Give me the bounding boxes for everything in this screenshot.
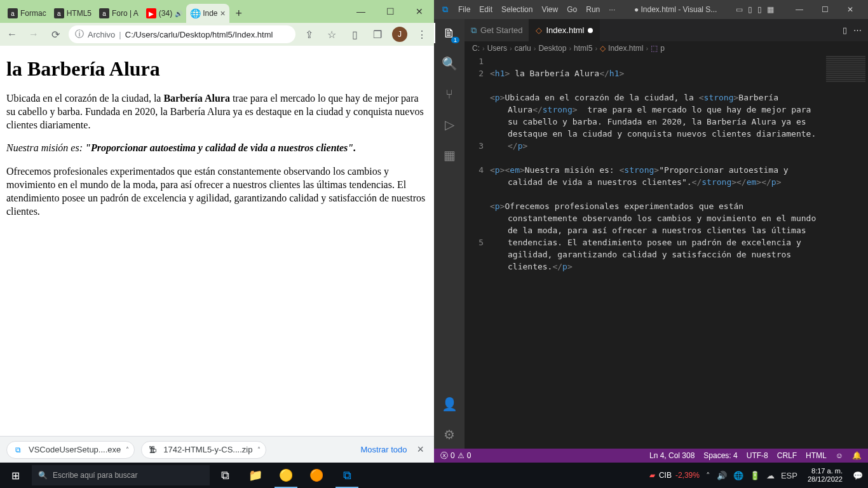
- vscode-logo-icon: ⧉: [439, 4, 451, 15]
- chevron-right-icon: ›: [595, 44, 597, 52]
- layout-grid-icon[interactable]: ▦: [767, 5, 774, 14]
- maximize-button[interactable]: ☐: [376, 0, 405, 23]
- tab-html5[interactable]: aHTML5: [50, 4, 95, 23]
- explorer-icon[interactable]: 🗎1: [440, 24, 458, 42]
- crumb[interactable]: C:: [472, 44, 480, 53]
- download-item-zip[interactable]: 🗜 1742-HTML5-y-CS....zip ˄: [141, 441, 266, 459]
- vscode-app-icon[interactable]: ⧉: [332, 463, 362, 488]
- text-strong: Barbería Alura: [163, 93, 229, 104]
- tab-index-html[interactable]: ◇Index.html: [529, 19, 600, 41]
- chrome-canary-icon[interactable]: 🟠: [301, 463, 332, 488]
- network-icon[interactable]: 🌐: [733, 471, 743, 480]
- minimize-button[interactable]: —: [787, 5, 812, 14]
- status-eol[interactable]: CRLF: [777, 451, 797, 460]
- share-icon[interactable]: ⇪: [301, 26, 317, 43]
- language-indicator[interactable]: ESP: [781, 471, 797, 480]
- chevron-up-icon[interactable]: ˄: [126, 446, 129, 453]
- task-view-icon[interactable]: ⧉: [210, 463, 240, 488]
- source-control-icon[interactable]: ⑂: [440, 85, 458, 103]
- breadcrumb[interactable]: C:› Users› carlu› Desktop› html5› ◇Index…: [465, 41, 868, 55]
- tab-foro[interactable]: aForo | A: [95, 4, 142, 23]
- battery-icon[interactable]: 🔋: [750, 471, 760, 480]
- settings-gear-icon[interactable]: ⚙: [440, 426, 458, 444]
- sidepanel-icon[interactable]: ▯: [346, 26, 363, 43]
- layout-right-icon[interactable]: ▯: [757, 5, 762, 14]
- menu-more[interactable]: ···: [609, 5, 615, 14]
- tab-label: Get Started: [480, 25, 522, 35]
- notifications-icon[interactable]: 🔔: [852, 451, 862, 460]
- chevron-up-icon[interactable]: ˄: [257, 446, 261, 453]
- menu-file[interactable]: File: [458, 5, 470, 14]
- activity-bar: 🗎1 🔍 ⑂ ▷ ▦ 👤 ⚙: [434, 19, 465, 449]
- onedrive-icon[interactable]: ☁: [766, 471, 775, 480]
- tab-get-started[interactable]: ⧉Get Started: [465, 19, 529, 41]
- site-info-icon[interactable]: ⓘ: [75, 29, 84, 40]
- close-downloads-bar[interactable]: ×: [413, 443, 428, 456]
- menu-selection[interactable]: Selection: [501, 5, 532, 14]
- status-encoding[interactable]: UTF-8: [747, 451, 768, 460]
- crumb[interactable]: html5: [574, 44, 592, 53]
- chevron-right-icon: ›: [569, 44, 571, 52]
- sound-icon[interactable]: 🔊: [175, 10, 182, 17]
- back-button[interactable]: ←: [4, 26, 20, 43]
- feedback-icon[interactable]: ☺: [836, 451, 843, 460]
- status-spaces[interactable]: Spaces: 4: [703, 451, 737, 460]
- extensions-icon[interactable]: ▦: [440, 146, 458, 164]
- action-center-icon[interactable]: 💬: [853, 471, 863, 480]
- code-content[interactable]: <h1> la Barbería Alura</h1> <p>Ubicada e…: [490, 55, 868, 449]
- more-actions-icon[interactable]: ⋯: [853, 25, 862, 35]
- search-icon[interactable]: 🔍: [440, 55, 458, 72]
- taskbar-search[interactable]: 🔍 Escribe aquí para buscar: [32, 465, 210, 485]
- account-icon[interactable]: 👤: [440, 395, 458, 413]
- volume-icon[interactable]: 🔊: [717, 471, 727, 480]
- tab-formacion[interactable]: aFormac: [4, 4, 50, 23]
- code-editor[interactable]: 1 2..... 3. 4..... 5 <h1> la Barbería Al…: [465, 55, 868, 449]
- reload-button[interactable]: ⟳: [47, 26, 64, 43]
- file-explorer-icon[interactable]: 📁: [240, 463, 271, 488]
- window-controls: — ☐ ✕: [787, 5, 863, 14]
- start-button[interactable]: ⊞: [0, 463, 31, 488]
- status-cursor[interactable]: Ln 4, Col 308: [649, 451, 695, 460]
- maximize-button[interactable]: ☐: [812, 5, 837, 14]
- tray-chevron-icon[interactable]: ˄: [706, 471, 710, 480]
- menu-edit[interactable]: Edit: [479, 5, 492, 14]
- menu-icon[interactable]: ⋮: [414, 26, 430, 43]
- menu-run[interactable]: Run: [586, 5, 600, 14]
- crumb[interactable]: Users: [487, 44, 507, 53]
- layout-panel-icon[interactable]: ▯: [748, 5, 752, 14]
- menu-view[interactable]: View: [541, 5, 558, 14]
- symbol-icon: ⬚: [651, 44, 658, 53]
- download-item-vscode[interactable]: ⧉ VSCodeUserSetup....exe ˄: [6, 441, 135, 459]
- clock[interactable]: 8:17 a. m. 28/12/2022: [804, 467, 846, 484]
- toolbar-actions: ⇪ ☆ ▯ ❐ J ⋮: [301, 26, 430, 43]
- split-editor-icon[interactable]: ▯: [843, 25, 847, 35]
- close-button[interactable]: ✕: [837, 5, 863, 14]
- forward-button[interactable]: →: [25, 26, 42, 43]
- bookmark-icon[interactable]: ☆: [323, 26, 340, 43]
- stock-widget[interactable]: ▰ CIB -2,39%: [649, 471, 700, 480]
- badge: 1: [451, 37, 459, 43]
- chrome-app-icon[interactable]: 🟡: [271, 463, 301, 488]
- show-all-downloads[interactable]: Mostrar todo: [361, 445, 407, 454]
- profile-avatar[interactable]: J: [392, 27, 407, 42]
- crumb[interactable]: Desktop: [538, 44, 566, 53]
- crumb[interactable]: Index.html: [608, 44, 643, 53]
- minimap[interactable]: [824, 55, 868, 449]
- close-button[interactable]: ✕: [405, 0, 434, 23]
- close-icon[interactable]: ×: [220, 8, 226, 18]
- tab-youtube[interactable]: ▶(34)🔊: [142, 4, 186, 23]
- run-debug-icon[interactable]: ▷: [440, 116, 458, 133]
- download-filename: 1742-HTML5-y-CS....zip: [163, 445, 252, 454]
- layout-toggle-icon[interactable]: ▭: [736, 5, 743, 14]
- chevron-right-icon: ›: [646, 44, 648, 52]
- menu-go[interactable]: Go: [567, 5, 577, 14]
- extensions-icon[interactable]: ❐: [369, 26, 386, 43]
- address-bar[interactable]: ⓘ Archivo | C:/Users/carlu/Desktop/html5…: [69, 25, 295, 43]
- minimize-button[interactable]: —: [346, 0, 376, 23]
- status-language[interactable]: HTML: [806, 451, 827, 460]
- new-tab-button[interactable]: +: [229, 4, 248, 23]
- status-problems[interactable]: ⓧ 0 ⚠ 0: [440, 451, 471, 461]
- crumb[interactable]: carlu: [515, 44, 531, 53]
- tab-index-active[interactable]: 🌐Inde×: [186, 4, 229, 23]
- crumb[interactable]: p: [660, 44, 665, 53]
